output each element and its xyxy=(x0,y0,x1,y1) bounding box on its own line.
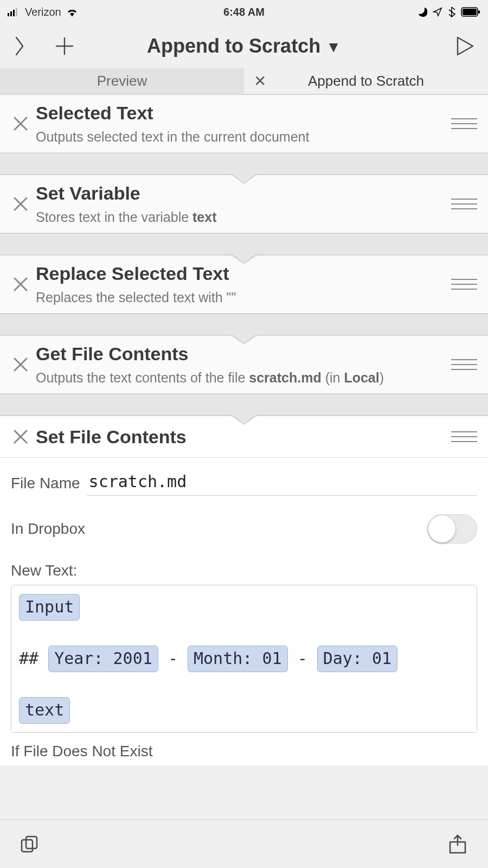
svg-rect-6 xyxy=(478,10,480,14)
step-subtitle: Outputs selected text in the current doc… xyxy=(36,129,447,145)
connector xyxy=(0,233,488,255)
svg-rect-1 xyxy=(10,11,12,16)
file-name-label: File Name xyxy=(11,475,80,492)
connector xyxy=(0,394,488,416)
delete-step-button[interactable] xyxy=(9,196,33,212)
drag-handle-icon[interactable] xyxy=(447,359,479,370)
svg-rect-5 xyxy=(463,9,477,15)
connector xyxy=(0,314,488,335)
step-detail-panel: File Name In Dropbox New Text: Input ## … xyxy=(0,458,488,765)
svg-rect-7 xyxy=(22,840,33,852)
token-input[interactable]: Input xyxy=(19,594,80,621)
delete-step-button[interactable] xyxy=(9,429,33,445)
bottom-toolbar xyxy=(0,819,488,868)
step-title: Selected Text xyxy=(36,103,447,124)
share-button[interactable] xyxy=(447,833,468,855)
drag-handle-icon[interactable] xyxy=(447,431,479,442)
drag-handle-icon[interactable] xyxy=(447,118,479,129)
token-month[interactable]: Month: 01 xyxy=(188,646,288,672)
add-button[interactable] xyxy=(54,36,75,56)
token-year[interactable]: Year: 2001 xyxy=(48,646,158,672)
nav-bar: Append to Scratch ▼ xyxy=(0,24,488,68)
new-text-label: New Text: xyxy=(11,562,77,579)
step-subtitle: Outputs the text contents of the file sc… xyxy=(36,370,447,386)
wifi-icon xyxy=(66,7,79,17)
new-text-input[interactable]: Input ## Year: 2001 - Month: 01 - Day: 0… xyxy=(11,585,477,733)
do-not-disturb-icon xyxy=(418,7,427,17)
drag-handle-icon[interactable] xyxy=(447,279,479,290)
step-title: Get File Contents xyxy=(36,343,447,365)
carrier-label: Verizon xyxy=(25,6,61,18)
token-text[interactable]: text xyxy=(19,697,70,724)
svg-rect-0 xyxy=(8,13,9,16)
if-file-does-not-exist-label: If File Does Not Exist xyxy=(11,743,477,760)
in-dropbox-label: In Dropbox xyxy=(11,520,85,538)
status-bar: Verizon 6:48 AM xyxy=(0,0,488,24)
tab-preview[interactable]: Preview xyxy=(0,68,244,94)
location-icon xyxy=(433,7,442,17)
copy-button[interactable] xyxy=(20,834,39,854)
signal-icon xyxy=(8,8,21,16)
drag-handle-icon[interactable] xyxy=(447,199,479,209)
step-title: Replace Selected Text xyxy=(36,263,447,284)
tab-preview-label: Preview xyxy=(97,73,147,90)
tab-row: Preview ✕ Append to Scratch xyxy=(0,68,488,94)
close-tab-button[interactable]: ✕ xyxy=(244,72,275,90)
step-subtitle: Stores text in the variable text xyxy=(36,209,447,225)
page-title: Append to Scratch xyxy=(147,35,320,57)
step-selected-text[interactable]: Selected Text Outputs selected text in t… xyxy=(0,94,488,153)
file-name-input[interactable] xyxy=(87,471,477,496)
step-subtitle: Replaces the selected text with "" xyxy=(36,290,447,305)
delete-step-button[interactable] xyxy=(9,276,33,292)
back-button[interactable] xyxy=(13,35,25,57)
in-dropbox-toggle[interactable] xyxy=(427,514,477,544)
svg-rect-8 xyxy=(26,837,37,848)
battery-icon xyxy=(461,7,480,17)
run-button[interactable] xyxy=(454,35,475,57)
svg-rect-3 xyxy=(16,8,17,16)
chevron-down-icon: ▼ xyxy=(326,39,341,55)
delete-step-button[interactable] xyxy=(9,356,33,373)
delete-step-button[interactable] xyxy=(9,116,33,132)
bluetooth-icon xyxy=(448,7,455,17)
svg-rect-2 xyxy=(13,10,15,16)
token-day[interactable]: Day: 01 xyxy=(317,646,397,672)
step-title: Set File Contents xyxy=(36,426,447,448)
step-title: Set Variable xyxy=(36,183,447,204)
tab-active-label: Append to Scratch xyxy=(275,73,488,90)
tab-active[interactable]: ✕ Append to Scratch xyxy=(244,68,488,94)
connector xyxy=(0,153,488,175)
